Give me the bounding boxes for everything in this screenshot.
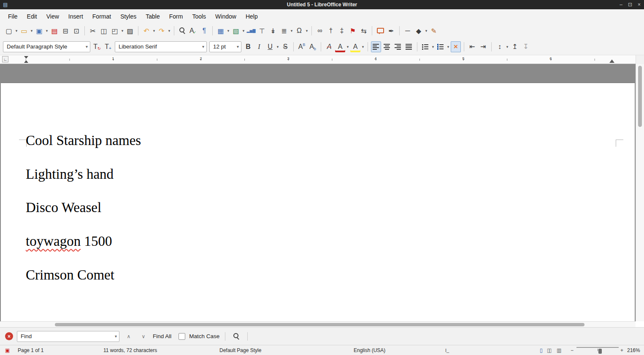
insert-table-icon[interactable]: ▦ <box>216 25 226 36</box>
formatting-marks-icon[interactable]: ¶ <box>199 25 209 36</box>
horizontal-scrollbar[interactable] <box>0 321 636 327</box>
no-list-icon[interactable]: × <box>451 41 461 52</box>
undo-icon[interactable]: ↶ <box>141 25 152 36</box>
insert-line-icon[interactable]: ─ <box>403 25 413 36</box>
track-changes-icon[interactable]: ✒ <box>386 25 396 36</box>
dropdown-arrow-icon[interactable]: ▾ <box>346 41 350 52</box>
menu-tools[interactable]: Tools <box>187 10 211 23</box>
dropdown-arrow-icon[interactable]: ▾ <box>45 25 49 36</box>
paragraph-style-combobox[interactable]: Default Paragraph Style ▾ <box>3 41 90 52</box>
insert-comment-icon[interactable] <box>375 25 385 36</box>
zoom-out-button[interactable]: − <box>571 347 574 354</box>
multi-page-view-icon[interactable]: ▯▯ <box>547 347 551 354</box>
superscript-icon[interactable]: A <box>297 41 307 52</box>
new-document-icon[interactable]: ▢ <box>4 25 14 36</box>
print-preview-icon[interactable]: ⊡ <box>71 25 81 36</box>
insert-endnote-icon[interactable]: ‡ <box>337 25 347 36</box>
find-next-button[interactable]: ∨ <box>138 333 149 339</box>
combo-arrow-icon[interactable]: ▾ <box>200 44 204 49</box>
insert-bookmark-icon[interactable]: ⚑ <box>348 25 358 36</box>
font-name-combobox[interactable]: Liberation Serif ▾ <box>115 41 207 52</box>
font-color-icon[interactable]: A <box>335 41 345 52</box>
open-icon[interactable]: ▭ <box>19 25 29 36</box>
spelling-icon[interactable]: A <box>188 25 198 36</box>
book-view-icon[interactable]: ▥ <box>557 347 561 354</box>
dropdown-arrow-icon[interactable]: ▾ <box>241 25 246 36</box>
dropdown-arrow-icon[interactable]: ▾ <box>152 25 156 36</box>
menu-table[interactable]: Table <box>141 10 164 23</box>
vertical-scrollbar[interactable] <box>636 64 644 321</box>
doc-line[interactable]: toywagon 1500 <box>26 225 141 258</box>
align-center-icon[interactable] <box>382 41 392 52</box>
underline-icon[interactable]: U <box>265 41 275 52</box>
save-icon[interactable]: ▣ <box>34 25 44 36</box>
strikethrough-icon[interactable]: S <box>280 41 290 52</box>
bullet-list-icon[interactable] <box>420 41 430 52</box>
basic-shapes-icon[interactable]: ◆ <box>414 25 424 36</box>
bold-icon[interactable]: B <box>243 41 253 52</box>
cut-icon[interactable]: ✂ <box>88 25 98 36</box>
align-left-icon[interactable] <box>371 41 381 52</box>
vertical-scrollbar-thumb[interactable] <box>638 66 642 127</box>
left-indent-marker[interactable] <box>24 56 29 63</box>
document-modified-icon[interactable]: ▣ <box>5 347 10 354</box>
copy-icon[interactable]: ◫ <box>99 25 109 36</box>
insert-footnote-icon[interactable]: † <box>326 25 336 36</box>
combo-arrow-icon[interactable]: ▾ <box>83 44 88 49</box>
dropdown-arrow-icon[interactable]: ▾ <box>505 41 509 52</box>
insert-chart-icon[interactable]: ▂▅▇ <box>246 25 256 36</box>
find-history-arrow-icon[interactable]: ▾ <box>112 334 117 339</box>
right-margin-marker[interactable] <box>609 59 614 63</box>
clear-formatting-icon[interactable]: A <box>324 41 334 52</box>
subscript-icon[interactable]: A <box>308 41 318 52</box>
find-previous-button[interactable]: ∧ <box>123 333 134 339</box>
match-case-label[interactable]: Match Case <box>189 333 219 339</box>
dropdown-arrow-icon[interactable]: ▾ <box>290 25 294 36</box>
minimize-button[interactable]: – <box>620 0 622 9</box>
menu-file[interactable]: File <box>3 10 22 23</box>
insert-field-icon[interactable]: ≣ <box>279 25 289 36</box>
increase-indent-icon[interactable]: ⇥ <box>478 41 488 52</box>
increase-paragraph-spacing-icon[interactable]: ↥ <box>510 41 520 52</box>
dropdown-arrow-icon[interactable]: ▾ <box>446 41 450 52</box>
zoom-in-button[interactable]: + <box>620 347 623 354</box>
align-right-icon[interactable] <box>393 41 403 52</box>
hyperlink-icon[interactable]: ∞ <box>315 25 325 36</box>
menu-form[interactable]: Form <box>165 10 188 23</box>
language-status[interactable]: English (USA) <box>354 347 385 354</box>
insert-image-icon[interactable]: ▧ <box>231 25 241 36</box>
menu-help[interactable]: Help <box>241 10 262 23</box>
cross-reference-icon[interactable]: ⇆ <box>359 25 369 36</box>
dropdown-arrow-icon[interactable]: ▾ <box>424 25 428 36</box>
print-icon[interactable]: ⊟ <box>60 25 70 36</box>
dropdown-arrow-icon[interactable]: ▾ <box>120 25 124 36</box>
menu-format[interactable]: Format <box>88 10 116 23</box>
dropdown-arrow-icon[interactable]: ▾ <box>361 41 365 52</box>
insert-mode-icon[interactable]: I_ <box>445 347 449 354</box>
doc-line[interactable]: Cool Starship names <box>26 124 141 158</box>
close-find-bar-button[interactable]: × <box>5 332 13 340</box>
draw-functions-icon[interactable]: ✎ <box>429 25 439 36</box>
page-number-status[interactable]: Page 1 of 1 <box>18 347 43 354</box>
menu-edit[interactable]: Edit <box>22 10 42 23</box>
find-and-replace-icon[interactable] <box>231 331 241 342</box>
zoom-slider[interactable] <box>576 347 619 348</box>
italic-icon[interactable]: I <box>254 41 264 52</box>
menu-styles[interactable]: Styles <box>116 10 141 23</box>
close-button[interactable]: × <box>638 0 641 9</box>
highlight-color-icon[interactable]: A <box>350 41 360 52</box>
doc-line[interactable]: Disco Weasel <box>26 191 141 225</box>
dropdown-arrow-icon[interactable]: ▾ <box>167 25 171 36</box>
zoom-slider-thumb[interactable] <box>598 349 602 354</box>
update-style-icon[interactable]: T <box>92 41 102 52</box>
match-case-checkbox[interactable] <box>179 333 185 340</box>
decrease-paragraph-spacing-icon[interactable]: ↧ <box>521 41 531 52</box>
new-style-icon[interactable]: T <box>103 41 113 52</box>
insert-textbox-icon[interactable]: ⊤ <box>257 25 267 36</box>
tab-stop-selector[interactable]: ∟ <box>2 56 8 62</box>
decrease-indent-icon[interactable]: ⇤ <box>467 41 477 52</box>
find-input[interactable]: Find ▾ <box>17 331 119 342</box>
align-justify-icon[interactable] <box>404 41 414 52</box>
paste-icon[interactable]: ◰ <box>110 25 120 36</box>
page-style-status[interactable]: Default Page Style <box>219 347 261 354</box>
